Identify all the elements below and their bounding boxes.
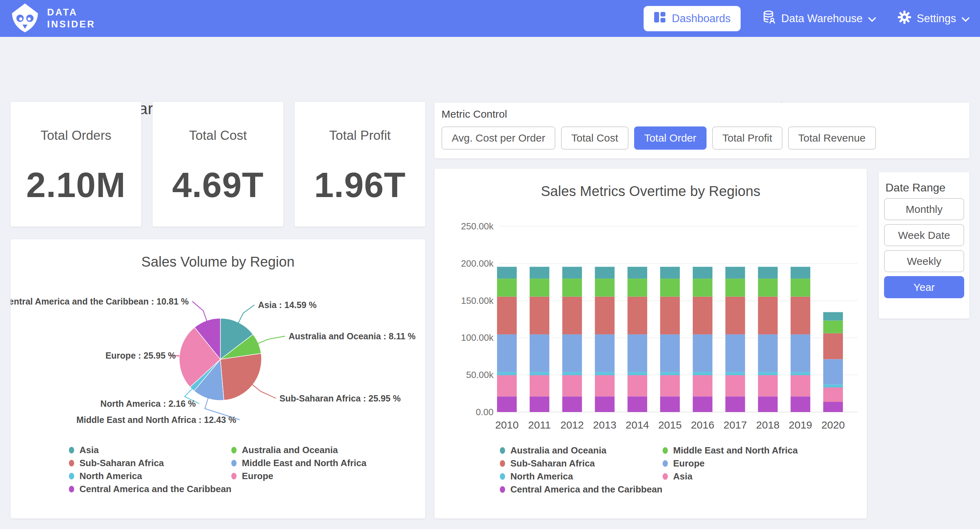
bar-segment-sub-saharan-africa-2020[interactable] xyxy=(823,334,843,359)
bar-segment-north-america-2020[interactable] xyxy=(823,384,843,388)
pie-legend-item[interactable]: North America xyxy=(69,470,231,483)
bar-segment-north-america-2015[interactable] xyxy=(660,372,680,375)
bar-segment-sub-saharan-africa-2015[interactable] xyxy=(660,297,680,334)
bar-segment-middle-east-and-north-africa-2019[interactable] xyxy=(791,278,810,297)
bar-segment-sub-saharan-africa-2010[interactable] xyxy=(497,297,517,334)
pie-slice-sub-saharan-africa[interactable] xyxy=(220,353,261,400)
bar-segment-asia-2017[interactable] xyxy=(725,375,745,396)
pie-legend-item[interactable]: Sub-Saharan Africa xyxy=(69,457,231,470)
bar-segment-asia-2016[interactable] xyxy=(693,375,713,396)
bar-segment-central-america-and-the-caribbean-2017[interactable] xyxy=(725,396,745,412)
bar-segment-australia-and-oceania-2019[interactable] xyxy=(791,267,810,279)
bar-segment-asia-2014[interactable] xyxy=(627,375,647,396)
bar-segment-australia-and-oceania-2010[interactable] xyxy=(497,267,517,279)
bar-segment-central-america-and-the-caribbean-2012[interactable] xyxy=(562,396,582,412)
bar-segment-europe-2019[interactable] xyxy=(791,334,810,372)
bar-segment-europe-2011[interactable] xyxy=(530,334,549,372)
metric-chip-avg-cost-per-order[interactable]: Avg. Cost per Order xyxy=(441,127,555,149)
bar-legend-item[interactable]: Middle East and North Africa xyxy=(663,444,797,457)
bar-segment-europe-2016[interactable] xyxy=(693,334,713,372)
bar-segment-north-america-2019[interactable] xyxy=(791,372,810,375)
bar-segment-middle-east-and-north-africa-2012[interactable] xyxy=(562,278,582,297)
pie-legend-item[interactable]: Australia and Oceania xyxy=(231,444,366,457)
bar-segment-middle-east-and-north-africa-2010[interactable] xyxy=(497,278,517,297)
brand[interactable]: DATA INSIDER xyxy=(11,3,95,35)
bar-segment-europe-2012[interactable] xyxy=(562,334,582,372)
metric-chip-total-revenue[interactable]: Total Revenue xyxy=(788,127,876,149)
bar-segment-sub-saharan-africa-2014[interactable] xyxy=(627,297,647,334)
bar-segment-middle-east-and-north-africa-2015[interactable] xyxy=(660,278,680,297)
bar-segment-north-america-2011[interactable] xyxy=(530,372,549,375)
pie-legend-item[interactable]: Central America and the Caribbean xyxy=(69,483,231,496)
bar-segment-middle-east-and-north-africa-2018[interactable] xyxy=(758,278,778,297)
bar-segment-middle-east-and-north-africa-2017[interactable] xyxy=(725,278,745,297)
bar-segment-asia-2020[interactable] xyxy=(823,388,843,402)
bar-segment-middle-east-and-north-africa-2014[interactable] xyxy=(627,278,647,297)
bar-segment-europe-2015[interactable] xyxy=(660,334,680,372)
pie-legend-item[interactable]: Europe xyxy=(231,470,366,483)
date-range-week-date-button[interactable]: Week Date xyxy=(884,224,964,246)
bar-segment-sub-saharan-africa-2017[interactable] xyxy=(725,297,745,334)
bar-segment-north-america-2010[interactable] xyxy=(497,372,517,375)
bar-segment-sub-saharan-africa-2012[interactable] xyxy=(562,297,582,334)
bar-segment-central-america-and-the-caribbean-2014[interactable] xyxy=(627,396,647,412)
bar-segment-north-america-2016[interactable] xyxy=(693,372,713,375)
bar-legend-item[interactable]: Central America and the Caribbean xyxy=(500,483,663,496)
bar-segment-asia-2013[interactable] xyxy=(595,375,614,396)
bar-segment-asia-2019[interactable] xyxy=(791,375,810,396)
bar-segment-central-america-and-the-caribbean-2011[interactable] xyxy=(530,396,549,412)
bar-segment-europe-2020[interactable] xyxy=(823,359,843,384)
bar-segment-middle-east-and-north-africa-2013[interactable] xyxy=(595,278,614,297)
bar-segment-australia-and-oceania-2012[interactable] xyxy=(562,267,582,279)
bar-segment-north-america-2017[interactable] xyxy=(725,372,745,375)
bar-segment-australia-and-oceania-2020[interactable] xyxy=(823,312,843,321)
bar-segment-europe-2014[interactable] xyxy=(627,334,647,372)
bar-segment-central-america-and-the-caribbean-2010[interactable] xyxy=(497,396,517,412)
metric-chip-total-order[interactable]: Total Order xyxy=(634,127,706,149)
bar-segment-australia-and-oceania-2014[interactable] xyxy=(627,267,647,279)
metric-chip-total-cost[interactable]: Total Cost xyxy=(561,127,628,149)
date-range-year-button[interactable]: Year xyxy=(884,276,964,298)
bar-legend-item[interactable]: Australia and Oceania xyxy=(500,444,663,457)
bar-segment-central-america-and-the-caribbean-2013[interactable] xyxy=(595,396,614,412)
bar-segment-europe-2017[interactable] xyxy=(725,334,745,372)
bar-segment-europe-2018[interactable] xyxy=(758,334,778,372)
bar-segment-europe-2013[interactable] xyxy=(595,334,614,372)
bar-segment-asia-2010[interactable] xyxy=(497,375,517,396)
bar-segment-central-america-and-the-caribbean-2018[interactable] xyxy=(758,396,778,412)
bar-segment-north-america-2012[interactable] xyxy=(562,372,582,375)
bar-segment-australia-and-oceania-2016[interactable] xyxy=(693,267,713,279)
bar-segment-middle-east-and-north-africa-2020[interactable] xyxy=(823,321,843,334)
nav-dashboards-button[interactable]: Dashboards xyxy=(644,6,740,31)
bar-segment-australia-and-oceania-2017[interactable] xyxy=(725,267,745,279)
bar-segment-sub-saharan-africa-2018[interactable] xyxy=(758,297,778,334)
bar-segment-sub-saharan-africa-2016[interactable] xyxy=(693,297,713,334)
nav-data-warehouse-menu[interactable]: Data Warehouse xyxy=(762,10,876,27)
bar-segment-sub-saharan-africa-2013[interactable] xyxy=(595,297,614,334)
bar-segment-central-america-and-the-caribbean-2016[interactable] xyxy=(693,396,713,412)
date-range-weekly-button[interactable]: Weekly xyxy=(884,250,964,272)
bar-segment-australia-and-oceania-2013[interactable] xyxy=(595,267,614,279)
bar-legend-item[interactable]: Europe xyxy=(663,457,797,470)
bar-legend-item[interactable]: Asia xyxy=(663,470,797,483)
bar-segment-australia-and-oceania-2018[interactable] xyxy=(758,267,778,279)
bar-segment-north-america-2018[interactable] xyxy=(758,372,778,375)
bar-segment-north-america-2013[interactable] xyxy=(595,372,614,375)
bar-segment-central-america-and-the-caribbean-2020[interactable] xyxy=(823,402,843,412)
bar-segment-central-america-and-the-caribbean-2019[interactable] xyxy=(791,396,810,412)
metric-chip-total-profit[interactable]: Total Profit xyxy=(712,127,783,149)
bar-segment-central-america-and-the-caribbean-2015[interactable] xyxy=(660,396,680,412)
bar-segment-asia-2015[interactable] xyxy=(660,375,680,396)
bar-segment-europe-2010[interactable] xyxy=(497,334,517,372)
bar-segment-asia-2011[interactable] xyxy=(530,375,549,396)
bar-segment-sub-saharan-africa-2011[interactable] xyxy=(530,297,549,334)
bar-segment-asia-2012[interactable] xyxy=(562,375,582,396)
bar-legend-item[interactable]: North America xyxy=(500,470,663,483)
date-range-monthly-button[interactable]: Monthly xyxy=(884,198,964,220)
bar-segment-asia-2018[interactable] xyxy=(758,375,778,396)
bar-segment-australia-and-oceania-2011[interactable] xyxy=(530,267,549,279)
pie-legend-item[interactable]: Asia xyxy=(69,444,231,457)
bar-segment-middle-east-and-north-africa-2011[interactable] xyxy=(530,278,549,297)
bar-segment-australia-and-oceania-2015[interactable] xyxy=(660,267,680,279)
pie-legend-item[interactable]: Middle East and North Africa xyxy=(231,457,366,470)
